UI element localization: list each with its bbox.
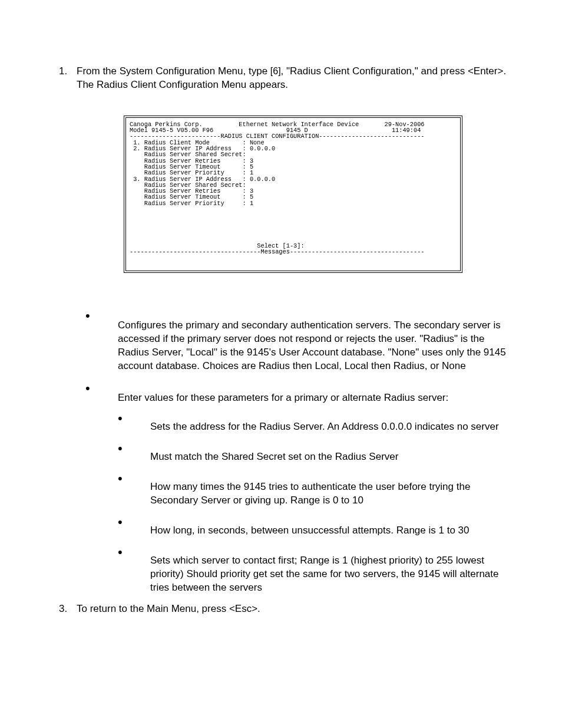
sub-bullet-shared-secret: Must match the Shared Secret set on the … xyxy=(118,441,509,464)
bullet-2-intro: Enter values for these parameters for a … xyxy=(118,392,448,403)
sub-bullet-list: Sets the address for the Radius Server. … xyxy=(118,411,509,595)
key-6: [6] xyxy=(270,66,281,76)
step-1-part-a: From the System Configuration Menu, type xyxy=(77,65,270,77)
bullet-1-text: Configures the primary and secondary aut… xyxy=(118,319,506,371)
sub-3-text: How many times the 9145 tries to authent… xyxy=(150,481,470,506)
sub-bullet-priority: Sets which server to contact first; Rang… xyxy=(118,545,509,595)
sub-5-text: Sets which server to contact first; Rang… xyxy=(150,555,499,593)
sub-bullet-ip-address: Sets the address for the Radius Server. … xyxy=(118,411,509,434)
bullet-radius-server-params: Enter values for these parameters for a … xyxy=(85,381,509,594)
step-3: 3. To return to the Main Menu, press <Es… xyxy=(59,603,509,615)
sub-1-text: Sets the address for the Radius Server. … xyxy=(150,421,499,432)
bullet-radius-client-mode: Configures the primary and secondary aut… xyxy=(85,308,509,373)
step-3-text: To return to the Main Menu, press <Esc>. xyxy=(77,603,260,615)
terminal-screenshot: Canoga Perkins Corp. Ethernet Network In… xyxy=(124,116,462,273)
sub-4-text: How long, in seconds, between unsuccessf… xyxy=(150,525,469,536)
step-number: 3. xyxy=(59,603,77,615)
step-text: From the System Configuration Menu, type… xyxy=(77,65,509,92)
sub-bullet-timeout: How long, in seconds, between unsuccessf… xyxy=(118,515,509,538)
step-1: 1. From the System Configuration Menu, t… xyxy=(59,65,509,92)
bullet-list: Configures the primary and secondary aut… xyxy=(85,308,509,595)
sub-2-text: Must match the Shared Secret set on the … xyxy=(150,451,398,462)
sub-bullet-retries: How many times the 9145 tries to authent… xyxy=(118,471,509,508)
step-number: 1. xyxy=(59,65,77,92)
document-page: 1. From the System Configuration Menu, t… xyxy=(0,0,562,650)
